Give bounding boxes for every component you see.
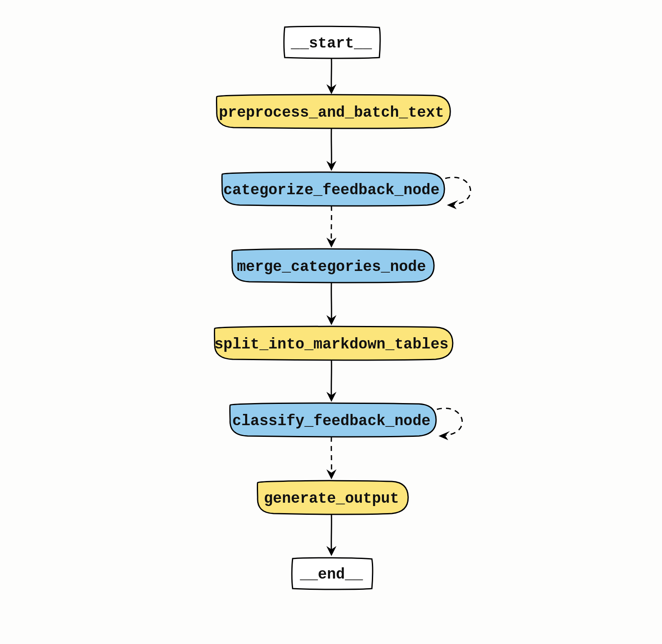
edge-categorize-merge: [326, 206, 336, 248]
self-loop-categorize: [445, 177, 471, 204]
edge-generate-end: [326, 514, 336, 556]
edge-start-preprocess: [326, 58, 336, 94]
node-classify-label: classify_feedback_node: [232, 413, 430, 430]
node-merge: merge_categories_node: [232, 249, 434, 283]
node-split: split_into_markdown_tables: [214, 326, 453, 360]
diagram-canvas: { "diagram": { "nodes": { "start": { "la…: [0, 0, 662, 644]
node-split-label: split_into_markdown_tables: [214, 336, 449, 353]
node-classify: classify_feedback_node: [230, 403, 462, 440]
node-start: __start__: [284, 26, 380, 58]
node-end-label: __end__: [299, 566, 363, 583]
edge-merge-split: [326, 283, 336, 325]
self-loop-classify: [437, 408, 462, 435]
node-categorize-label: categorize_feedback_node: [223, 182, 439, 199]
node-generate-label: generate_output: [264, 490, 399, 507]
node-categorize: categorize_feedback_node: [222, 172, 471, 209]
edge-split-classify: [326, 360, 336, 402]
flow-diagram: __start__ preprocess_and_batch_text cate…: [0, 0, 662, 644]
edge-preprocess-categorize: [326, 128, 336, 171]
node-generate: generate_output: [258, 481, 409, 514]
node-preprocess-label: preprocess_and_batch_text: [219, 104, 444, 121]
node-merge-label: merge_categories_node: [237, 258, 426, 276]
node-end: __end__: [292, 558, 373, 589]
node-start-label: __start__: [291, 35, 372, 52]
node-preprocess: preprocess_and_batch_text: [217, 95, 451, 128]
edge-classify-generate: [326, 437, 336, 479]
